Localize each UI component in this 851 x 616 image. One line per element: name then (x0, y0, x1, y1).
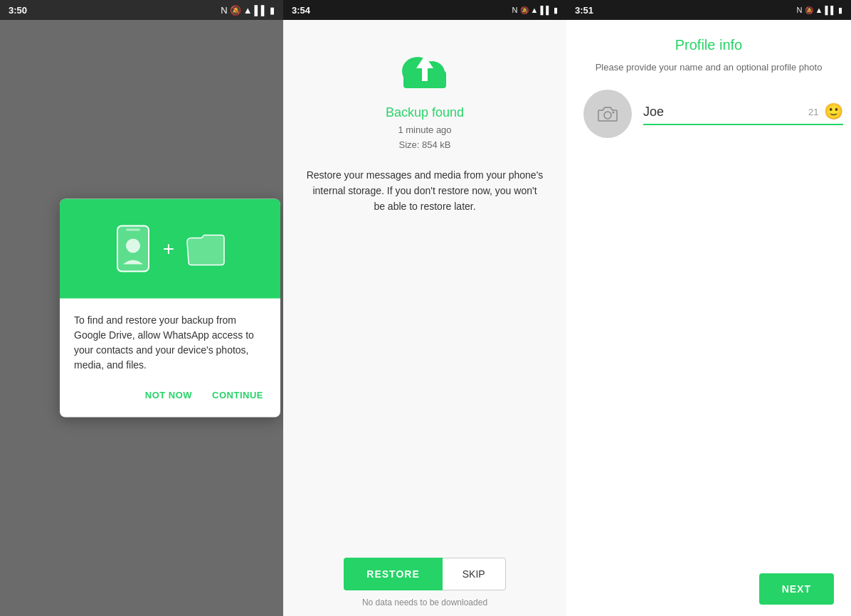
avatar-button[interactable] (583, 90, 632, 138)
svg-point-2 (126, 239, 140, 253)
mute-icon: 🔕 (230, 5, 241, 16)
folder-icon (186, 231, 226, 267)
no-data-text: No data needs to be downloaded (362, 598, 487, 607)
wifi-icon: ▲ (243, 5, 253, 16)
mute-icon2: 🔕 (520, 6, 529, 14)
nfc-icon3: Ν (797, 6, 803, 14)
time-panel1: 3:50 (9, 5, 27, 16)
time-panel2: 3:54 (292, 5, 310, 16)
panel-backup: 3:54 Ν 🔕 ▲ ▌▌ ▮ Backup found 1 minute ag… (283, 0, 566, 616)
time-panel3: 3:51 (575, 5, 593, 16)
svg-rect-1 (126, 229, 140, 231)
backup-description: Restore your messages and media from you… (300, 167, 549, 215)
battery-icon: ▮ (270, 5, 275, 16)
svg-point-7 (604, 112, 611, 119)
plus-icon: + (163, 238, 174, 260)
continue-button[interactable]: CONTINUE (209, 384, 266, 406)
cloud-upload-container (396, 48, 453, 98)
profile-input-row: 21 🙂 (583, 90, 834, 138)
dialog-body: To find and restore your backup from Goo… (60, 299, 280, 418)
status-icons-panel3: Ν 🔕 ▲ ▌▌ ▮ (797, 6, 842, 15)
status-icons-panel1: Ν 🔕 ▲ ▌▌ ▮ (221, 5, 275, 16)
profile-content: Profile info Please provide your name an… (566, 20, 851, 562)
status-bar-panel2: 3:54 Ν 🔕 ▲ ▌▌ ▮ (283, 0, 566, 20)
mute-icon3: 🔕 (805, 6, 813, 14)
restore-button[interactable]: RESTORE (344, 558, 442, 590)
backup-actions: RESTORE SKIP No data needs to be downloa… (283, 546, 566, 616)
battery-icon3: ▮ (838, 6, 842, 15)
dialog-actions: NOT NOW CONTINUE (74, 384, 266, 406)
emoji-button[interactable]: 🙂 (824, 102, 843, 121)
profile-title: Profile info (583, 37, 834, 53)
profile-actions: NEXT (566, 562, 851, 616)
panel-profile: 3:51 Ν 🔕 ▲ ▌▌ ▮ Profile info Please prov… (566, 0, 851, 616)
signal-icon: ▌▌ (255, 5, 268, 16)
next-button[interactable]: NEXT (759, 573, 834, 605)
wifi-icon2: ▲ (531, 6, 539, 14)
signal-icon2: ▌▌ (540, 6, 551, 14)
permissions-dialog: + To find and restore your backup from G… (60, 199, 280, 418)
nfc-icon2: Ν (512, 6, 518, 14)
panel-permissions: 3:50 Ν 🔕 ▲ ▌▌ ▮ + (0, 0, 283, 616)
status-bar-panel3: 3:51 Ν 🔕 ▲ ▌▌ ▮ (566, 0, 851, 20)
battery-icon2: ▮ (554, 6, 558, 15)
not-now-button[interactable]: NOT NOW (142, 384, 195, 406)
name-input[interactable] (643, 105, 808, 120)
dialog-text: To find and restore your backup from Goo… (74, 313, 266, 373)
dialog-illustration: + (60, 199, 280, 299)
nfc-icon: Ν (221, 5, 227, 16)
svg-point-8 (613, 112, 615, 114)
backup-content: Backup found 1 minute ago Size: 854 kB R… (283, 20, 566, 546)
profile-subtitle: Please provide your name and an optional… (583, 62, 834, 73)
status-icons-panel2: Ν 🔕 ▲ ▌▌ ▮ (512, 6, 558, 15)
backup-meta: 1 minute ago Size: 854 kB (398, 123, 451, 153)
phone-contacts-icon (115, 225, 152, 273)
backup-size: Size: 854 kB (398, 138, 451, 153)
status-bar-panel1: 3:50 Ν 🔕 ▲ ▌▌ ▮ (0, 0, 283, 20)
cloud-upload-icon (396, 48, 453, 98)
restore-skip-row: RESTORE SKIP (344, 558, 505, 590)
skip-button[interactable]: SKIP (443, 558, 506, 590)
char-count: 21 (808, 107, 818, 117)
camera-icon (598, 105, 618, 122)
backup-title: Backup found (386, 105, 464, 120)
name-input-wrapper: 21 🙂 (643, 102, 843, 125)
signal-icon3: ▌▌ (825, 6, 836, 14)
backup-time: 1 minute ago (398, 123, 451, 138)
wifi-icon3: ▲ (815, 6, 823, 14)
